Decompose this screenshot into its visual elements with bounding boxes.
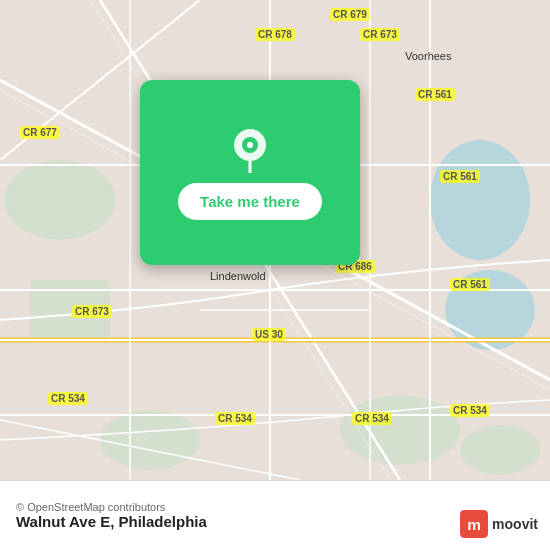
location-label: Walnut Ave E, Philadelphia	[16, 513, 534, 530]
road-label-cr679: CR 679	[330, 8, 370, 21]
road-label-cr673-bot: CR 673	[72, 305, 112, 318]
road-label-us30: US 30	[252, 328, 286, 341]
moovit-text: moovit	[492, 516, 538, 532]
road-label-cr677: CR 677	[20, 126, 60, 139]
road-label-cr561-top: CR 561	[415, 88, 455, 101]
road-label-cr561-bot: CR 561	[450, 278, 490, 291]
location-pin-icon	[226, 125, 274, 173]
city-label-voorhees: Voorhees	[405, 50, 451, 62]
svg-point-6	[100, 410, 200, 470]
svg-point-5	[340, 395, 460, 465]
road-label-cr678: CR 678	[255, 28, 295, 41]
road-label-cr534-4: CR 534	[450, 404, 490, 417]
svg-point-1	[5, 160, 115, 240]
moovit-logo: m moovit	[460, 510, 538, 538]
map-container: CR 679 CR 678 CR 673 CR 677 CR CR 561 CR…	[0, 0, 550, 480]
svg-point-7	[460, 425, 540, 475]
svg-point-27	[247, 142, 253, 148]
svg-text:m: m	[467, 516, 481, 533]
svg-point-2	[430, 140, 530, 260]
road-label-cr534-2: CR 534	[215, 412, 255, 425]
copyright-text: © OpenStreetMap contributors	[16, 501, 534, 513]
road-label-cr534-3: CR 534	[352, 412, 392, 425]
location-card: Take me there	[140, 80, 360, 265]
road-label-cr534-1: CR 534	[48, 392, 88, 405]
road-label-cr673-top: CR 673	[360, 28, 400, 41]
moovit-icon: m	[460, 510, 488, 538]
bottom-bar: © OpenStreetMap contributors Walnut Ave …	[0, 480, 550, 550]
city-label-lindenwold: Lindenwold	[210, 270, 266, 282]
road-label-cr561-mid: CR 561	[440, 170, 480, 183]
take-me-there-button[interactable]: Take me there	[178, 183, 322, 220]
